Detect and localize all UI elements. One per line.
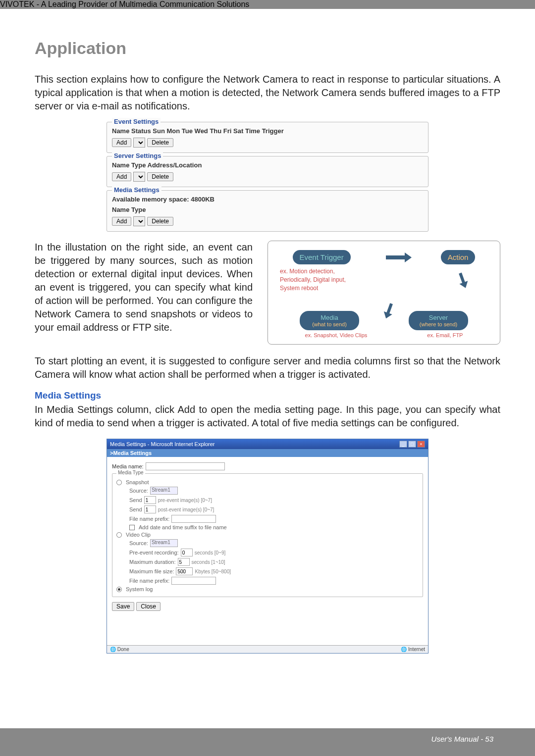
maximize-icon[interactable]: □ — [408, 441, 416, 448]
left-text-column: In the illustation on the right side, an… — [35, 241, 253, 345]
media-name-input[interactable] — [146, 462, 225, 470]
ie-window-title: Media Settings - Microsoft Internet Expl… — [110, 441, 215, 447]
media-add-button[interactable]: Add — [112, 217, 131, 226]
snapshot-radio[interactable] — [116, 480, 122, 485]
ie-page-heading: >Media Settings — [107, 449, 428, 457]
video-max-input[interactable] — [178, 558, 190, 566]
video-prefix-input[interactable] — [171, 577, 216, 585]
snapshot-post-suffix: post-event image(s) [0~7] — [158, 507, 214, 512]
video-pre-suffix: seconds [0~9] — [195, 550, 226, 555]
ie-status-done: 🌐 Done — [110, 647, 129, 652]
right-diagram-column: Event Trigger Action ex. Motion detectio… — [268, 241, 500, 345]
ie-save-button[interactable]: Save — [112, 602, 134, 611]
video-pre-input[interactable] — [181, 549, 193, 556]
snapshot-addtime-label: Add date and time suffix to file name — [139, 524, 227, 530]
video-size-input[interactable] — [176, 567, 193, 575]
server-pill-label: Server — [429, 314, 448, 321]
page-heading: Application — [35, 39, 500, 58]
video-size-suffix: Kbytes [50~800] — [195, 569, 231, 574]
video-source-label: Source: — [129, 540, 148, 546]
video-max-suffix: seconds [1~10] — [192, 559, 225, 565]
server-caption: ex. Email, FTP — [427, 332, 463, 338]
media-delete-button[interactable]: Delete — [147, 217, 173, 226]
snapshot-prefix-input[interactable] — [171, 515, 216, 523]
event-settings-panel: Event Settings Name Status Sun Mon Tue W… — [107, 122, 428, 153]
syslog-label: System log — [126, 586, 153, 592]
media-pill-sub: (what to send) — [307, 321, 352, 327]
header-bar: VIVOTEK - A Leading Provider of Multimed… — [0, 0, 535, 9]
close-icon[interactable]: × — [417, 441, 425, 448]
event-add-button[interactable]: Add — [112, 138, 131, 147]
snapshot-pre-input[interactable] — [144, 496, 156, 504]
server-pill: Server (where to send) — [409, 311, 468, 330]
media-settings-panel: Media Settings Available memory space: 4… — [107, 190, 428, 232]
server-add-button[interactable]: Add — [112, 172, 131, 181]
video-max-label: Maximum duration: — [129, 559, 176, 565]
ie-window: Media Settings - Microsoft Internet Expl… — [107, 439, 428, 654]
event-flow-diagram: Event Trigger Action ex. Motion detectio… — [268, 241, 500, 345]
video-prefix-label: File name prefix: — [129, 578, 169, 584]
media-name-label: Media name: — [112, 463, 144, 469]
footer-bar: User's Manual - 53 — [0, 728, 535, 756]
action-pill: Action — [441, 250, 476, 264]
illustration-paragraph: In the illustation on the right side, an… — [35, 241, 253, 334]
arrow-right-icon — [386, 255, 406, 259]
intro-paragraph: This section explains how to configure t… — [35, 73, 500, 113]
media-paragraph: In Media Settings column, click Add to o… — [35, 403, 500, 430]
video-radio[interactable] — [116, 532, 122, 538]
media-settings-heading: Media Settings — [35, 390, 500, 401]
snapshot-send-pre-label: Send — [129, 497, 142, 503]
settings-preview: Event Settings Name Status Sun Mon Tue W… — [107, 122, 428, 232]
ie-body: Media name: Media Type Snapshot Source: … — [107, 457, 428, 645]
media-settings-legend: Media Settings — [112, 186, 161, 194]
snapshot-label: Snapshot — [126, 479, 149, 485]
ie-title-bar: Media Settings - Microsoft Internet Expl… — [107, 439, 428, 449]
footer-text: User's Manual - 53 — [35, 731, 500, 747]
server-settings-legend: Server Settings — [112, 152, 163, 159]
page-content: Application This section explains how to… — [0, 9, 535, 654]
ie-status-bar: 🌐 Done 🌐 Internet — [107, 645, 428, 653]
media-select-dropdown[interactable] — [133, 216, 145, 226]
event-settings-legend: Event Settings — [112, 118, 160, 125]
video-source-select[interactable]: Stream1 — [150, 539, 178, 547]
snapshot-addtime-checkbox[interactable] — [129, 525, 135, 530]
snapshot-source-label: Source: — [129, 488, 148, 494]
ie-close-button[interactable]: Close — [136, 602, 160, 611]
header-title: VIVOTEK - A Leading Provider of Multimed… — [0, 0, 535, 9]
event-delete-button[interactable]: Delete — [147, 138, 173, 147]
media-settings-columns: Name Type — [112, 206, 423, 213]
plotting-paragraph: To start plotting an event, it is sugges… — [35, 354, 500, 381]
snapshot-prefix-label: File name prefix: — [129, 516, 169, 522]
server-delete-button[interactable]: Delete — [147, 172, 173, 181]
snapshot-pre-suffix: pre-event image(s) [0~7] — [158, 498, 212, 503]
media-memory-label: Available memory space: 4800KB — [112, 196, 423, 203]
media-pill-label: Media — [321, 314, 338, 321]
media-caption: ex. Snapshot, Video Clips — [305, 332, 368, 338]
video-label: Video Clip — [126, 532, 151, 538]
server-pill-sub: (where to send) — [416, 321, 461, 327]
event-select-dropdown[interactable] — [133, 138, 145, 148]
snapshot-post-input[interactable] — [144, 505, 156, 513]
event-settings-columns: Name Status Sun Mon Tue Wed Thu Fri Sat … — [112, 127, 423, 135]
media-pill: Media (what to send) — [300, 311, 359, 330]
two-column-row: In the illustation on the right side, an… — [35, 241, 500, 345]
snapshot-source-select[interactable]: Stream1 — [150, 487, 178, 495]
ie-status-zone: 🌐 Internet — [401, 647, 425, 652]
media-type-fieldset: Media Type Snapshot Source: Stream1 Send… — [112, 473, 423, 597]
media-type-legend: Media Type — [116, 470, 145, 475]
trigger-pill: Event Trigger — [293, 250, 351, 264]
minimize-icon[interactable]: _ — [399, 441, 407, 448]
video-size-label: Maximum file size: — [129, 568, 174, 574]
video-pre-label: Pre-event recording: — [129, 550, 179, 555]
snapshot-send-post-label: Send — [129, 506, 142, 512]
syslog-radio[interactable] — [116, 587, 122, 592]
server-settings-columns: Name Type Address/Location — [112, 161, 423, 169]
server-settings-panel: Server Settings Name Type Address/Locati… — [107, 156, 428, 187]
server-select-dropdown[interactable] — [133, 172, 145, 182]
